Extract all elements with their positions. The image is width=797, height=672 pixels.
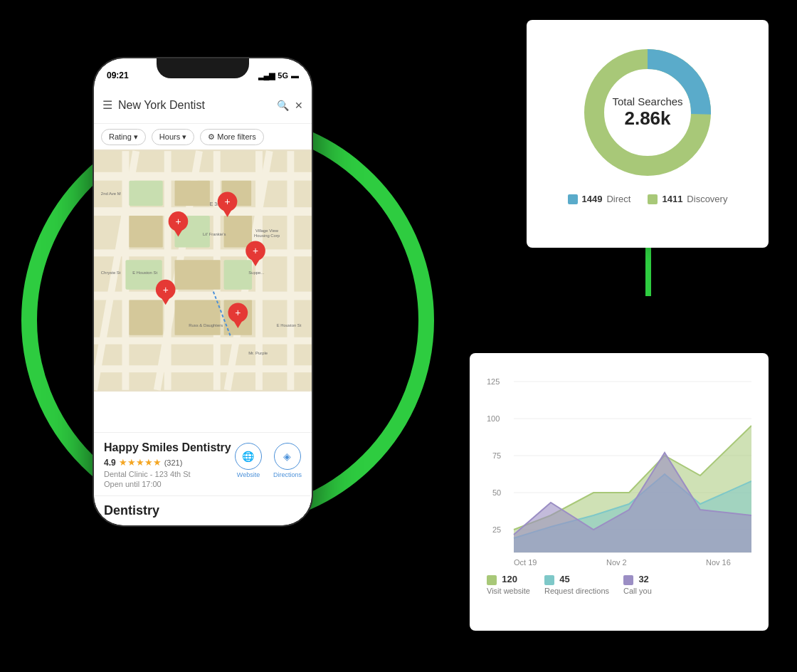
visit-website-label: Visit website [487, 587, 530, 595]
call-legend: 32 Call you [623, 574, 652, 595]
signal-icon: ▂▄▆ [258, 71, 275, 80]
rating-filter-button[interactable]: Rating ▾ [101, 129, 146, 145]
svg-text:Nov 2: Nov 2 [606, 558, 627, 567]
svg-text:Suppe...: Suppe... [248, 271, 264, 275]
battery-icon: ▬ [291, 71, 299, 80]
area-chart-panel: 125 100 75 50 25 Oct 19 Nov 2 Nov 16 120 [470, 353, 769, 631]
svg-rect-25 [175, 260, 221, 289]
svg-rect-11 [287, 151, 294, 390]
svg-text:E Houston St: E Houston St [132, 271, 157, 275]
svg-text:2nd Ave M: 2nd Ave M [101, 191, 121, 196]
svg-text:Chryste St: Chryste St [101, 271, 121, 275]
search-icon[interactable]: 🔍 [277, 100, 289, 111]
visit-website-legend: 120 Visit website [487, 574, 530, 595]
svg-rect-26 [175, 300, 221, 335]
direct-label: Direct [606, 194, 630, 204]
bottom-dentistry-text: Dentistry [94, 495, 312, 525]
discovery-count: 1411 [662, 194, 682, 204]
visit-website-count: 120 [502, 574, 517, 584]
chart-legend: 120 Visit website 45 Request directions … [487, 574, 751, 595]
donut-center: Total Searches 2.86k [612, 95, 682, 130]
call-count: 32 [638, 574, 648, 584]
call-color [623, 575, 633, 585]
svg-text:25: 25 [492, 525, 501, 534]
svg-text:+: + [175, 216, 181, 227]
svg-text:E Houston St: E Houston St [277, 323, 302, 327]
searches-title: Total Searches [612, 95, 682, 107]
svg-text:75: 75 [492, 451, 501, 460]
rating-value: 4.9 [104, 458, 116, 468]
phone-mockup: 09:21 ▂▄▆ 5G ▬ ☰ New York Dentist 🔍 ✕ Ra… [93, 57, 313, 527]
svg-text:+: + [253, 245, 258, 256]
svg-rect-19 [224, 260, 252, 289]
filter-bar: Rating ▾ Hours ▾ ⚙ More filters [94, 124, 312, 149]
searches-legend: 1449 Direct 1411 Discovery [568, 194, 728, 204]
direct-legend-item: 1449 Direct [568, 194, 631, 204]
search-query: New York Dentist [118, 99, 271, 112]
directions-icon: ◈ [274, 443, 301, 470]
svg-text:+: + [225, 196, 231, 207]
discovery-color [648, 194, 658, 204]
direct-color [568, 194, 578, 204]
svg-rect-16 [129, 181, 162, 206]
place-card: 🌐 Website ◈ Directions Happy Smiles Dent… [94, 432, 312, 495]
place-hours: Open until 17:00 [104, 480, 302, 488]
directions-button[interactable]: ◈ Directions [273, 443, 302, 478]
svg-rect-22 [129, 216, 162, 247]
website-label: Website [237, 471, 260, 478]
svg-text:Nov 16: Nov 16 [706, 558, 731, 567]
status-icons: ▂▄▆ 5G ▬ [258, 71, 299, 80]
svg-text:Housing Corp: Housing Corp [254, 233, 280, 238]
stars: ★★★★★ [119, 457, 162, 468]
directions-legend: 45 Request directions [544, 574, 609, 595]
svg-text:50: 50 [492, 488, 501, 497]
directions-color [544, 575, 554, 585]
directions-count: 45 [559, 574, 569, 584]
connector-line [645, 248, 651, 296]
website-button[interactable]: 🌐 Website [235, 443, 262, 478]
svg-text:125: 125 [487, 377, 500, 386]
network-label: 5G [278, 71, 288, 80]
searches-value: 2.86k [612, 107, 682, 130]
donut-chart: Total Searches 2.86k [576, 41, 719, 184]
place-actions: 🌐 Website ◈ Directions [235, 443, 302, 478]
svg-text:Mr. Purple: Mr. Purple [248, 351, 268, 355]
review-count: (321) [164, 458, 183, 467]
svg-rect-20 [175, 181, 210, 206]
directions-label: Request directions [544, 587, 609, 595]
total-searches-panel: Total Searches 2.86k 1449 Direct 1411 Di… [527, 20, 769, 248]
hours-filter-button[interactable]: Hours ▾ [152, 129, 194, 145]
status-time: 09:21 [107, 70, 129, 80]
discovery-legend-item: 1411 Discovery [648, 194, 727, 204]
svg-text:Russ & Daughters: Russ & Daughters [189, 323, 223, 327]
close-icon[interactable]: ✕ [295, 100, 303, 111]
discovery-label: Discovery [687, 194, 727, 204]
map-area[interactable]: E 3rd St 2nd Ave M Village View Housing … [94, 149, 312, 392]
svg-text:Village View: Village View [255, 229, 279, 233]
direct-count: 1449 [582, 194, 603, 204]
svg-text:+: + [235, 307, 241, 318]
directions-label: Directions [273, 471, 302, 478]
svg-text:Lil' Frankie's: Lil' Frankie's [203, 232, 226, 236]
search-bar[interactable]: ☰ New York Dentist 🔍 ✕ [94, 87, 312, 124]
svg-text:100: 100 [487, 414, 500, 423]
svg-text:Oct 19: Oct 19 [514, 558, 537, 567]
chart-area: 125 100 75 50 25 Oct 19 Nov 2 Nov 16 [487, 367, 751, 567]
call-label: Call you [623, 587, 652, 595]
hamburger-icon[interactable]: ☰ [102, 98, 112, 112]
svg-rect-24 [129, 300, 162, 335]
filter-icon: ⚙ [208, 132, 215, 142]
svg-text:+: + [163, 284, 169, 295]
map-svg: E 3rd St 2nd Ave M Village View Housing … [94, 149, 312, 392]
more-filters-button[interactable]: ⚙ More filters [200, 129, 263, 145]
website-icon: 🌐 [235, 443, 262, 470]
svg-rect-23 [224, 216, 252, 247]
phone-notch [157, 58, 249, 78]
visit-website-color [487, 575, 497, 585]
